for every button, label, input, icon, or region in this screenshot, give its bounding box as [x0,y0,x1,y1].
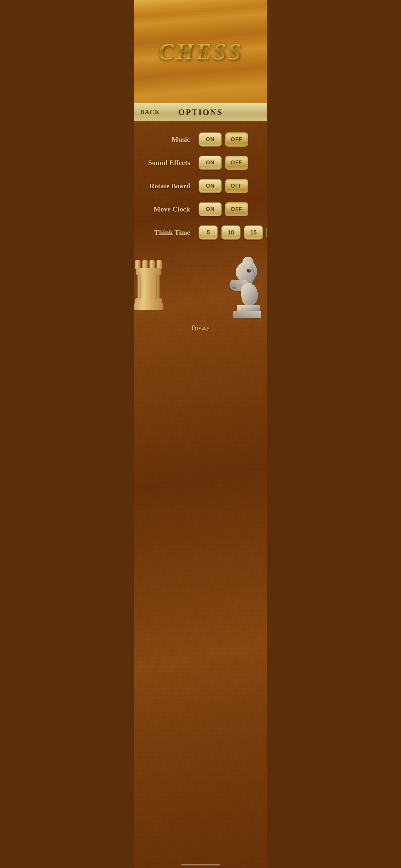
music-off-button[interactable]: OFF [225,132,248,147]
svg-rect-3 [157,260,162,269]
move-clock-on-button[interactable]: ON [198,202,222,216]
sound-effects-row: Sound Effects ON OFF [134,151,267,175]
rotate-board-toggle-group: ON OFF [198,179,248,193]
svg-rect-1 [143,260,148,269]
bottom-area: Privacy [134,257,267,341]
sound-effects-off-button[interactable]: OFF [225,156,248,170]
svg-rect-8 [140,275,141,299]
rotate-board-on-button[interactable]: ON [198,179,222,193]
rook-decoration [134,257,169,321]
svg-rect-7 [134,303,163,310]
svg-point-13 [249,269,250,271]
rotate-board-off-button[interactable]: OFF [225,179,248,193]
svg-point-11 [232,286,236,289]
think-time-row: Think Time 5 10 15 30 [134,221,267,244]
svg-point-12 [247,269,251,273]
music-label: Music [140,135,190,144]
page-title: OPTIONS [178,107,223,117]
move-clock-row: Move Clock ON OFF [134,197,267,221]
music-on-button[interactable]: ON [198,132,222,147]
think-time-30-button[interactable]: 30 [266,225,267,240]
top-header: CHESS [134,0,267,103]
back-button[interactable]: BACK [134,106,166,119]
sound-effects-on-button[interactable]: ON [198,156,222,170]
privacy-link[interactable]: Privacy [192,324,210,331]
move-clock-toggle-group: ON OFF [198,202,248,216]
svg-rect-14 [237,305,260,312]
think-time-5-button[interactable]: 5 [198,225,218,240]
sound-effects-toggle-group: ON OFF [198,156,248,170]
svg-rect-15 [233,311,261,318]
music-row: Music ON OFF [134,128,267,151]
move-clock-off-button[interactable]: OFF [225,202,248,216]
rotate-board-label: Rotate Board [140,182,190,190]
think-time-label: Think Time [140,228,190,237]
think-time-10-button[interactable]: 10 [221,225,241,240]
options-content: Music ON OFF Sound Effects ON OFF Rotate… [134,121,267,251]
svg-rect-0 [135,260,141,269]
rotate-board-row: Rotate Board ON OFF [134,175,267,197]
sound-effects-label: Sound Effects [140,159,190,167]
svg-rect-2 [150,260,155,269]
think-time-group: 5 10 15 30 [198,225,267,240]
think-time-15-button[interactable]: 15 [244,225,263,240]
svg-rect-9 [156,275,157,299]
move-clock-label: Move Clock [140,205,190,213]
music-toggle-group: ON OFF [198,132,248,147]
nav-bar: BACK OPTIONS [134,103,267,121]
app-title: CHESS [158,38,243,65]
knight-decoration [224,257,267,328]
